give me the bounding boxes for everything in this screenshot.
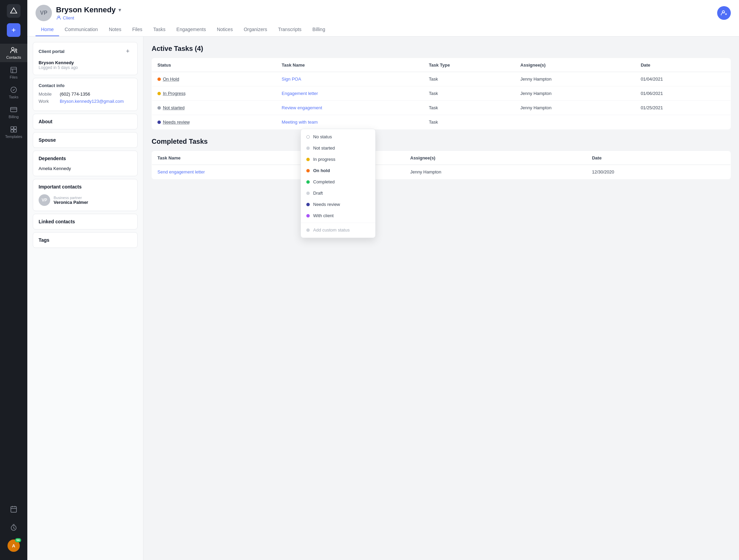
tab-notices[interactable]: Notices	[211, 23, 238, 36]
client-portal-title: Client portal	[39, 49, 65, 54]
task-name-cell: Engagement letter	[276, 86, 423, 101]
col-c-assignees: Assignee(s)	[405, 151, 586, 165]
status-badge: In Progress	[157, 91, 271, 96]
svg-point-2	[12, 47, 14, 50]
contact-info-title: Contact info	[39, 83, 132, 88]
dropdown-item-completed[interactable]: Completed	[301, 176, 375, 187]
no-status-dot	[306, 135, 310, 139]
dependents-header[interactable]: Dependents	[33, 151, 137, 166]
tab-notes[interactable]: Notes	[103, 23, 127, 36]
task-link[interactable]: Engagement letter	[282, 91, 318, 96]
tab-communication[interactable]: Communication	[59, 23, 103, 36]
nav-tabs: Home Communication Notes Files Tasks Eng…	[36, 23, 731, 36]
dependents-section: Dependents Amelia Kennedy	[33, 151, 138, 176]
col-task-name: Task Name	[276, 58, 423, 72]
assignees-cell	[515, 115, 635, 129]
task-link[interactable]: Sign POA	[282, 76, 301, 82]
status-text[interactable]: Needs review	[163, 120, 190, 125]
sidebar-timer[interactable]	[8, 521, 20, 534]
status-text[interactable]: In Progress	[163, 91, 185, 96]
svg-rect-8	[14, 127, 16, 129]
ic-avatar: VP	[39, 194, 50, 206]
mobile-row: Mobile (602) 774-1356	[39, 92, 132, 97]
sidebar: Contacts Files Tasks Billing Templates A	[0, 0, 27, 560]
svg-rect-4	[11, 67, 17, 73]
sidebar-item-billing[interactable]: Billing	[0, 103, 27, 122]
not-started-dot	[306, 146, 310, 150]
add-button[interactable]	[7, 23, 20, 37]
in-progress-dot	[306, 158, 310, 161]
col-status: Status	[152, 58, 276, 72]
main-area: VP Bryson Kennedy ▾ Client	[27, 0, 739, 560]
status-text[interactable]: On Hold	[163, 76, 179, 82]
user-avatar-wrap[interactable]: A 56	[8, 540, 20, 552]
contact-name-wrap: Bryson Kennedy ▾ Client	[56, 5, 121, 20]
important-contacts-header[interactable]: Important contacts	[33, 179, 137, 194]
tab-tasks[interactable]: Tasks	[148, 23, 171, 36]
tab-files[interactable]: Files	[127, 23, 148, 36]
tags-header[interactable]: Tags	[33, 233, 137, 248]
content-area: Client portal + Bryson Kennedy Logged in…	[27, 37, 739, 560]
client-portal-add-btn[interactable]: +	[124, 47, 132, 55]
work-row: Work Bryson.kennedy123@gmail.com	[39, 99, 132, 104]
work-email-link[interactable]: Bryson.kennedy123@gmail.com	[60, 99, 124, 104]
sidebar-item-files-label: Files	[10, 75, 17, 79]
work-label: Work	[39, 99, 56, 104]
tab-engagements[interactable]: Engagements	[171, 23, 211, 36]
topbar: VP Bryson Kennedy ▾ Client	[27, 0, 739, 37]
sidebar-calendar[interactable]	[8, 503, 20, 516]
col-date: Date	[635, 58, 730, 72]
status-dot	[157, 92, 161, 95]
task-link[interactable]: Meeting with team	[282, 120, 318, 125]
active-tasks-title: Active Tasks (4)	[152, 45, 731, 53]
linked-contacts-header[interactable]: Linked contacts	[33, 214, 137, 229]
in-progress-label: In progress	[313, 157, 335, 162]
about-section: About	[33, 114, 138, 129]
dropdown-item-draft[interactable]: Draft	[301, 187, 375, 199]
col-task-type: Task Type	[423, 58, 515, 72]
dropdown-item-not-started[interactable]: Not started	[301, 142, 375, 154]
tab-home[interactable]: Home	[36, 23, 59, 36]
sidebar-item-files[interactable]: Files	[0, 64, 27, 82]
dropdown-item-in-progress[interactable]: In progress	[301, 154, 375, 165]
sidebar-item-tasks[interactable]: Tasks	[0, 83, 27, 102]
dropdown-item-with-client[interactable]: With client	[301, 210, 375, 221]
needs-review-dot	[306, 203, 310, 206]
date-cell: 01/04/2021	[635, 72, 730, 86]
col-assignees: Assignee(s)	[515, 58, 635, 72]
task-link[interactable]: Send engagement letter	[157, 169, 205, 174]
task-name-cell: Sign POA	[276, 72, 423, 86]
on-hold-label: On hold	[313, 168, 330, 173]
sidebar-item-templates[interactable]: Templates	[0, 123, 27, 141]
dropdown-item-add-custom[interactable]: Add custom status	[301, 224, 375, 236]
about-header[interactable]: About	[33, 114, 137, 129]
svg-rect-7	[11, 127, 13, 129]
active-tasks-table: Status Task Name Task Type Assignee(s) D…	[152, 58, 731, 129]
tab-transcripts[interactable]: Transcripts	[273, 23, 307, 36]
status-dot	[157, 78, 161, 81]
dependents-title: Dependents	[39, 156, 66, 161]
task-type-cell: Task	[423, 101, 515, 115]
task-link[interactable]: Review engagement	[282, 105, 322, 110]
tab-organizers[interactable]: Organizers	[238, 23, 273, 36]
status-cell: Not started	[152, 101, 276, 115]
status-dot	[157, 121, 161, 124]
needs-review-label: Needs review	[313, 202, 340, 207]
on-hold-dot	[306, 169, 310, 172]
table-row: In Progress Engagement letter Task Jenny…	[152, 86, 731, 101]
assignees-cell: Jenny Hampton	[515, 86, 635, 101]
status-text[interactable]: Not started	[163, 105, 185, 110]
sidebar-item-contacts[interactable]: Contacts	[0, 44, 27, 62]
tab-billing[interactable]: Billing	[307, 23, 331, 36]
spouse-header[interactable]: Spouse	[33, 132, 137, 148]
add-user-button[interactable]	[717, 6, 731, 20]
dropdown-item-on-hold[interactable]: On hold	[301, 165, 375, 176]
dropdown-item-no-status[interactable]: No status	[301, 131, 375, 142]
tags-section: Tags	[33, 232, 138, 248]
chevron-down-icon[interactable]: ▾	[118, 7, 121, 13]
contact-name: Bryson Kennedy ▾	[56, 5, 121, 14]
dropdown-item-needs-review[interactable]: Needs review	[301, 199, 375, 210]
dropdown-divider	[301, 223, 375, 223]
contact-type: Client	[56, 15, 121, 20]
completed-dot	[306, 180, 310, 184]
